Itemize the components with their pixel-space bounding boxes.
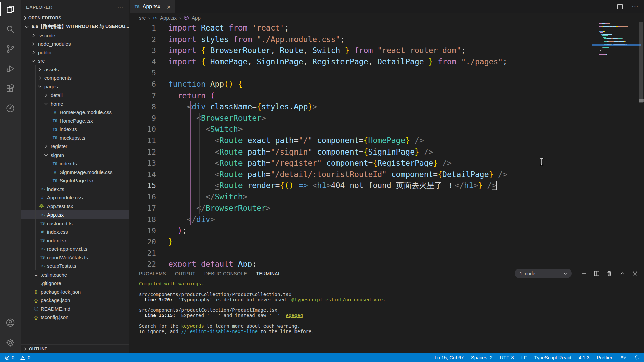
tree-item[interactable]: TSHomePage.tsx (21, 117, 129, 125)
close-tab-icon[interactable]: × (167, 3, 171, 10)
code-line[interactable]: 1import React from 'react'; (130, 22, 644, 34)
tree-item[interactable]: detail (21, 91, 129, 100)
notifications-bell-icon[interactable] (634, 355, 639, 360)
editor-more-actions-icon[interactable]: ⋯ (632, 3, 639, 11)
terminal-output[interactable]: Compiled with warnings. src/components/p… (139, 281, 637, 353)
tree-item[interactable]: #HomePage.module.css (21, 108, 129, 117)
close-panel-icon[interactable] (632, 270, 638, 277)
tree-item[interactable]: App.test.tsx (21, 202, 129, 211)
code-line[interactable]: 20} (130, 236, 644, 248)
maximize-panel-icon[interactable] (619, 270, 625, 277)
code-line[interactable]: 16 </Switch> (130, 191, 644, 203)
account-icon[interactable] (5, 317, 16, 328)
browser-preview-icon[interactable] (5, 103, 16, 114)
new-terminal-icon[interactable] (581, 270, 587, 277)
tree-item[interactable]: register (21, 142, 129, 151)
tree-item[interactable]: TScustom.d.ts (21, 219, 129, 228)
source-control-icon[interactable] (5, 44, 16, 54)
run-debug-icon[interactable] (5, 63, 16, 74)
feedback-icon[interactable] (620, 355, 627, 360)
tree-item[interactable]: .vscode (21, 31, 129, 40)
code-line[interactable]: 11 <Route exact path="/" component={Home… (130, 135, 644, 146)
tree-item[interactable]: {}tsconfig.json (21, 313, 129, 322)
tree-item[interactable]: home (21, 100, 129, 108)
tree-item[interactable]: TSsetupTests.ts (21, 262, 129, 270)
tree-item[interactable]: TSreportWebVitals.ts (21, 253, 129, 262)
outline-section[interactable]: OUTLINE (21, 344, 129, 353)
breadcrumb-src[interactable]: src (139, 15, 146, 21)
tree-item[interactable]: TSApp.tsx (21, 210, 129, 219)
tree-item[interactable]: #index.css (21, 228, 129, 236)
tree-item[interactable]: TSSignInPage.tsx (21, 176, 129, 185)
tree-item[interactable]: TSreact-app-env.d.ts (21, 245, 129, 253)
tree-item[interactable]: src (21, 57, 129, 65)
status-item[interactable]: 4.1.3 (579, 355, 589, 360)
code-line[interactable]: 2import styles from "./App.module.css"; (130, 34, 644, 45)
tab-app-tsx[interactable]: TS App.tsx × (130, 0, 175, 13)
panel-tab-problems[interactable]: PROBLEMS (139, 267, 166, 278)
tree-item[interactable]: TSindex.tsx (21, 236, 129, 245)
tree-item[interactable]: assets (21, 65, 129, 74)
warning-rule-link[interactable]: keywords (181, 323, 204, 329)
code-line[interactable]: 4import { HomePage, SignInPage, Register… (130, 56, 644, 68)
panel-tab-debug-console[interactable]: DEBUG CONSOLE (204, 267, 247, 278)
code-line[interactable]: 12 <Route path="/signIn" component={Sign… (130, 146, 644, 158)
code-line[interactable]: 17 </BrowserRouter> (130, 203, 644, 214)
code-line[interactable]: 8 <div className={styles.App}> (130, 101, 644, 113)
code-line[interactable]: 5 (130, 67, 644, 79)
status-item[interactable]: Prettier (597, 355, 612, 360)
code-line[interactable]: 9 <BrowserRouter> (130, 113, 644, 124)
panel-tab-terminal[interactable]: TERMINAL (256, 267, 281, 278)
breadcrumb-symbol[interactable]: App (192, 15, 201, 21)
status-item[interactable]: Ln 15, Col 67 (435, 355, 464, 360)
explorer-icon[interactable] (5, 4, 16, 15)
tree-item[interactable]: ≡.eslintcache (21, 270, 129, 279)
editor-scrollbar[interactable] (639, 22, 643, 103)
code-content[interactable]: 1import React from 'react';2import style… (130, 22, 644, 267)
code-line[interactable]: 7 return ( (130, 90, 644, 102)
tree-item[interactable]: TSmockups.ts (21, 134, 129, 142)
code-line[interactable]: 15 <Route render={() => <h1>404 not foun… (130, 180, 644, 191)
code-line[interactable]: 6function App() { (130, 79, 644, 90)
code-line[interactable]: 19 ); (130, 225, 644, 237)
warning-rule-link[interactable]: @typescript-eslint/no-unused-vars (291, 297, 385, 302)
tree-item[interactable]: signIn (21, 151, 129, 160)
tree-item[interactable]: iREADME.md (21, 305, 129, 313)
tree-item[interactable]: node_modules (21, 40, 129, 48)
status-item[interactable]: UTF-8 (500, 355, 514, 360)
views-more-actions-icon[interactable]: ⋯ (117, 3, 124, 11)
minimap[interactable] (599, 23, 637, 56)
code-line[interactable]: 13 <Route path="/register" component={Re… (130, 158, 644, 169)
terminal-shell-select[interactable]: 1: node (515, 269, 572, 278)
tree-item[interactable]: TSindex.ts (21, 125, 129, 134)
kill-terminal-trash-icon[interactable] (606, 270, 612, 277)
status-item[interactable]: LF (521, 355, 527, 360)
tree-item[interactable]: 6.6【路由搭建】WITHROUTER 与 USEROU... (21, 22, 129, 31)
problems-status[interactable]: 0 0 (5, 355, 30, 360)
open-editors-section[interactable]: OPEN EDITORS (21, 14, 129, 22)
code-line[interactable]: 10 <Switch> (130, 124, 644, 135)
status-item[interactable]: Spaces: 2 (471, 355, 493, 360)
panel-tab-output[interactable]: OUTPUT (175, 267, 195, 278)
tree-item[interactable]: {}package-lock.json (21, 288, 129, 296)
warning-rule-link[interactable]: eqeqeq (286, 313, 303, 318)
split-editor-icon[interactable] (616, 3, 624, 10)
status-item[interactable]: TypeScript React (534, 355, 571, 360)
breadcrumb-file[interactable]: App.tsx (160, 15, 177, 21)
tree-item[interactable]: pages (21, 82, 129, 91)
tree-item[interactable]: TSindex.ts (21, 159, 129, 168)
code-editor[interactable]: 1import React from 'react';2import style… (130, 22, 644, 267)
tree-item[interactable]: public (21, 48, 129, 57)
code-line[interactable]: 21 (130, 248, 644, 259)
search-icon[interactable] (5, 24, 16, 35)
code-line[interactable]: 3import { BrowserRouter, Route, Switch }… (130, 45, 644, 56)
tree-item[interactable]: #App.module.css (21, 193, 129, 202)
code-line[interactable]: 22export default App; (130, 259, 644, 267)
tree-item[interactable]: TSindex.ts (21, 185, 129, 194)
extensions-icon[interactable] (5, 83, 16, 94)
code-line[interactable]: 14 <Route path="/detail/:touristRouteId"… (130, 169, 644, 180)
split-terminal-icon[interactable] (594, 270, 600, 277)
code-line[interactable]: 18 </div> (130, 214, 644, 225)
tree-item[interactable]: #SignInPage.module.css (21, 168, 129, 177)
tree-item[interactable]: components (21, 74, 129, 82)
